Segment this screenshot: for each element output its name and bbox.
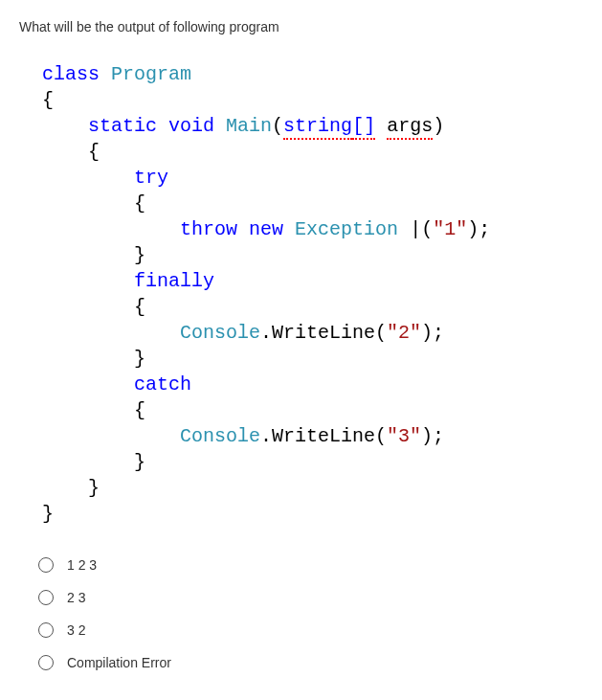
radio-icon — [38, 590, 54, 605]
option-2[interactable]: 2 3 — [38, 590, 583, 605]
option-3[interactable]: 3 2 — [38, 622, 583, 638]
paren-close: ); — [467, 218, 490, 240]
string-literal: "3" — [387, 425, 421, 447]
paren-close: ); — [421, 322, 444, 344]
brace: { — [134, 399, 145, 421]
paren: ( — [272, 115, 283, 137]
brace: } — [88, 477, 100, 499]
keyword-static: static — [88, 115, 157, 137]
paren-close: ); — [421, 425, 444, 447]
args: args — [387, 115, 433, 140]
keyword-throw: throw — [180, 218, 237, 240]
options-group: 1 2 3 2 3 3 2 Compilation Error — [38, 557, 583, 670]
method-call: .WriteLine( — [260, 322, 387, 344]
brace: } — [134, 348, 145, 370]
class-console: Console — [180, 425, 260, 447]
keyword-string: string — [283, 115, 352, 140]
keyword-class: class — [42, 63, 100, 85]
keyword-void: void — [168, 115, 214, 137]
radio-icon — [38, 622, 54, 638]
string-literal: "2" — [387, 322, 421, 344]
class-console: Console — [180, 322, 260, 344]
keyword-catch: catch — [134, 373, 191, 395]
option-4[interactable]: Compilation Error — [38, 655, 583, 670]
option-label: 1 2 3 — [67, 557, 97, 573]
brace: { — [134, 296, 145, 318]
method-main: Main — [226, 115, 272, 137]
radio-icon — [38, 557, 54, 573]
keyword-finally: finally — [134, 270, 214, 292]
class-exception: Exception — [295, 218, 398, 240]
string-literal: "1" — [433, 218, 467, 240]
option-label: 2 3 — [67, 590, 85, 605]
question-title: What will be the output of following pro… — [19, 19, 583, 34]
paren: ) — [433, 115, 444, 137]
brace: } — [134, 244, 145, 266]
class-name: Program — [111, 63, 191, 85]
keyword-try: try — [134, 167, 168, 189]
brace: { — [88, 141, 100, 163]
brace: { — [134, 192, 145, 215]
radio-icon — [38, 655, 54, 670]
brace: } — [134, 451, 145, 473]
method-call: .WriteLine( — [260, 425, 387, 447]
keyword-new: new — [249, 218, 283, 240]
code-block: class Program { static void Main(string[… — [42, 61, 583, 527]
option-1[interactable]: 1 2 3 — [38, 557, 583, 573]
brackets: [] — [352, 115, 375, 140]
brace: } — [42, 503, 54, 525]
option-label: 3 2 — [67, 622, 85, 638]
option-label: Compilation Error — [67, 655, 171, 670]
brace: { — [42, 89, 54, 111]
